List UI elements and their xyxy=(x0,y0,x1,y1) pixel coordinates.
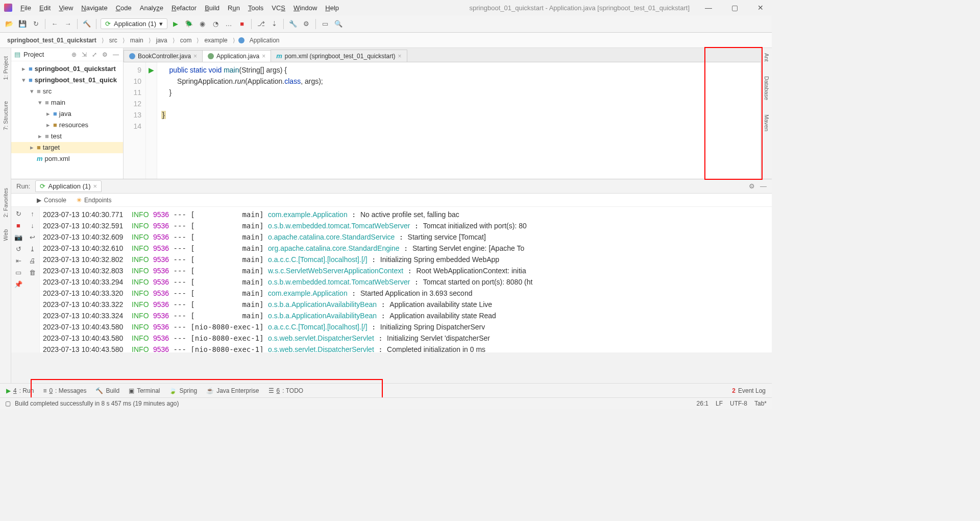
tab-maven[interactable]: Maven xyxy=(763,112,771,133)
event-log[interactable]: 2 Event Log xyxy=(732,387,766,394)
menu-run[interactable]: Run xyxy=(225,3,243,13)
editor-tab-active[interactable]: Application.java× xyxy=(202,50,271,62)
camera-icon[interactable]: 📷 xyxy=(14,233,22,241)
gear-icon[interactable]: ⚙ xyxy=(101,51,109,58)
tree-row[interactable]: ▸■test xyxy=(11,131,123,142)
run-tab[interactable]: ⟳Application (1)× xyxy=(35,180,102,192)
debug-icon[interactable]: 🪲 xyxy=(184,19,194,29)
tab-java-enterprise[interactable]: ☕ Java Enterprise xyxy=(206,387,259,394)
restart-icon[interactable]: ↺ xyxy=(16,245,21,253)
layout-icon[interactable]: ▭ xyxy=(320,19,330,29)
encoding[interactable]: UTF-8 xyxy=(730,400,747,407)
tab-build[interactable]: 🔨 Build xyxy=(95,387,119,394)
tree-row[interactable]: ▸■java xyxy=(11,108,123,120)
code-lines[interactable]: public static void main(String[] args) {… xyxy=(157,62,772,179)
menu-file[interactable]: File xyxy=(17,3,34,13)
forward-icon[interactable]: → xyxy=(63,19,73,29)
editor-tab[interactable]: mpom.xml (springboot_test_01_quickstart)… xyxy=(271,50,407,62)
tree-row[interactable]: ▾■main xyxy=(11,97,123,108)
open-icon[interactable]: 📂 xyxy=(4,19,14,29)
menu-analyze[interactable]: Analyze xyxy=(137,3,166,13)
menu-navigate[interactable]: Navigate xyxy=(78,3,110,13)
build-icon[interactable]: 🔨 xyxy=(82,19,92,29)
breadcrumb-item[interactable]: com xyxy=(178,36,194,45)
vcs-icon[interactable]: ⎇ xyxy=(256,19,266,29)
reload-icon[interactable]: ↻ xyxy=(31,19,41,29)
editor-tab[interactable]: BookController.java× xyxy=(124,50,203,62)
tab-spring[interactable]: 🍃 Spring xyxy=(169,387,197,394)
expand-icon[interactable]: ⇲ xyxy=(81,51,88,58)
breadcrumb-item[interactable]: java xyxy=(154,36,169,45)
coverage-icon[interactable]: ◉ xyxy=(197,19,207,29)
tree-row[interactable]: ▸■resources xyxy=(11,120,123,131)
layout-icon[interactable]: ▭ xyxy=(15,269,21,276)
tab-run[interactable]: ▶4: 4: RunRun xyxy=(6,387,34,394)
back-icon[interactable]: ← xyxy=(50,19,60,29)
toolwindow-toggle-icon[interactable]: ▢ xyxy=(5,400,11,407)
attach-icon[interactable]: … xyxy=(224,19,234,29)
tab-project[interactable]: 1: Project xyxy=(2,53,10,83)
wrap-icon[interactable]: ↩ xyxy=(30,233,35,241)
up-icon[interactable]: ↑ xyxy=(31,210,34,218)
endpoints-tab[interactable]: ✳Endpoints xyxy=(77,197,111,204)
print-icon[interactable]: 🖨 xyxy=(29,257,36,265)
tree-row[interactable]: ▸■springboot_01_quickstart xyxy=(11,63,123,75)
breadcrumb-item[interactable]: springboot_test_01_quickstart xyxy=(5,36,99,45)
minimize-icon[interactable]: — xyxy=(701,4,716,12)
tree-row[interactable]: mpom.xml xyxy=(11,153,123,164)
close-tab-icon[interactable]: × xyxy=(193,53,197,60)
close-tab-icon[interactable]: × xyxy=(262,53,265,60)
menu-view[interactable]: View xyxy=(56,3,76,13)
tab-terminal[interactable]: ▣ Terminal xyxy=(129,387,160,394)
rerun-icon[interactable]: ↻ xyxy=(16,210,21,218)
console-output[interactable]: 2023-07-13 10:40:30.771 INFO 9536 --- [ … xyxy=(40,207,772,352)
gear-icon[interactable]: ⚙ xyxy=(749,182,755,190)
tab-ant[interactable]: Ant xyxy=(763,51,771,64)
line-ending[interactable]: LF xyxy=(716,400,723,407)
trash-icon[interactable]: 🗑 xyxy=(29,269,36,276)
tab-favorites[interactable]: 2: Favorites xyxy=(3,188,9,217)
tab-messages[interactable]: ≡ 0: Messages xyxy=(43,387,86,394)
tree-row[interactable]: ▾■src xyxy=(11,86,123,97)
gear-icon[interactable]: ⚙ xyxy=(301,19,311,29)
caret-position[interactable]: 26:1 xyxy=(697,400,708,407)
breadcrumb-item[interactable]: example xyxy=(202,36,229,45)
maximize-icon[interactable]: ▢ xyxy=(727,4,742,12)
menu-tools[interactable]: Tools xyxy=(245,3,266,13)
breadcrumb-item[interactable]: main xyxy=(128,36,145,45)
stop-icon[interactable]: ■ xyxy=(237,19,247,29)
close-icon[interactable]: ✕ xyxy=(753,4,768,12)
run-gutter-icon[interactable]: ▶ xyxy=(146,64,157,76)
hide-icon[interactable]: — xyxy=(112,51,120,58)
target-icon[interactable]: ⊕ xyxy=(70,51,78,58)
exit-icon[interactable]: ⇤ xyxy=(16,257,21,265)
down-icon[interactable]: ↓ xyxy=(31,222,34,229)
tree-row-selected[interactable]: ▸■target xyxy=(11,142,123,153)
code-area[interactable]: 91011121314 ▶ public static void main(St… xyxy=(124,62,772,179)
tab-todo[interactable]: ☰ 6: TODO xyxy=(268,387,304,394)
tab-web[interactable]: Web xyxy=(3,229,9,241)
run-config-selector[interactable]: ⟳ Application (1) ▾ xyxy=(101,18,167,29)
menu-window[interactable]: Window xyxy=(290,3,320,13)
search-everywhere-icon[interactable]: 🔍 xyxy=(333,19,344,29)
tab-structure[interactable]: 7: Structure xyxy=(2,98,10,133)
tree-row[interactable]: ▾■springboot_test_01_quick xyxy=(11,75,123,86)
project-tree[interactable]: ▸■springboot_01_quickstart ▾■springboot_… xyxy=(11,61,123,167)
breadcrumb-item[interactable]: Application xyxy=(248,36,282,45)
scroll-icon[interactable]: ⤓ xyxy=(30,245,35,253)
tab-database[interactable]: Database xyxy=(763,74,771,102)
wrench-icon[interactable]: 🔧 xyxy=(288,19,298,29)
menu-help[interactable]: Help xyxy=(322,3,342,13)
stop-icon[interactable]: ■ xyxy=(16,222,20,229)
breadcrumb-item[interactable]: src xyxy=(107,36,119,45)
menu-build[interactable]: Build xyxy=(202,3,223,13)
collapse-icon[interactable]: ⤢ xyxy=(91,51,98,58)
close-tab-icon[interactable]: × xyxy=(93,182,97,190)
hide-icon[interactable]: — xyxy=(760,182,767,190)
menu-refactor[interactable]: Refactor xyxy=(168,3,200,13)
update-icon[interactable]: ⇣ xyxy=(269,19,279,29)
menu-edit[interactable]: Edit xyxy=(36,3,54,13)
save-icon[interactable]: 💾 xyxy=(17,19,28,29)
indent[interactable]: Tab* xyxy=(754,400,767,407)
console-tab[interactable]: ▶Console xyxy=(37,197,66,204)
